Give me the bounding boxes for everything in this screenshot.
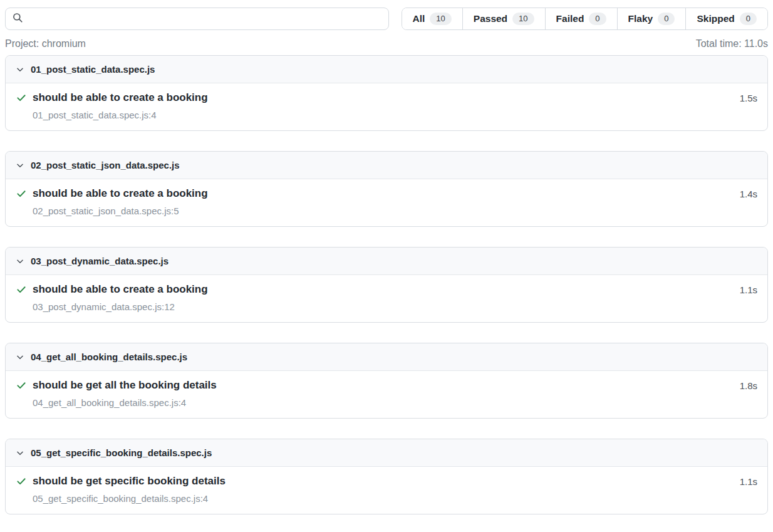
top-bar: All 10 Passed 10 Failed 0 Flaky 0 Skippe… [5,8,768,30]
file-list: 01_post_static_data.spec.js should be ab… [5,55,768,514]
test-row[interactable]: should be able to create a booking 1.1s … [6,275,767,322]
file-card-header[interactable]: 04_get_all_booking_details.spec.js [6,343,767,371]
test-location: 05_get_specific_booking_details.spec.js:… [33,493,757,504]
check-icon [16,380,27,391]
test-title: should be able to create a booking [33,283,734,296]
search-input[interactable] [28,14,382,24]
file-name: 01_post_static_data.spec.js [31,64,155,75]
file-card: 05_get_specific_booking_details.spec.js … [5,439,768,514]
filter-tab-count-badge: 10 [430,13,451,25]
filter-tab-passed[interactable]: Passed 10 [462,8,545,29]
file-card-header[interactable]: 03_post_dynamic_data.spec.js [6,248,767,275]
test-row[interactable]: should be get specific booking details 1… [6,467,767,514]
file-name: 02_post_static_json_data.spec.js [31,160,180,170]
test-title: should be get all the booking details [33,379,734,392]
chevron-down-icon[interactable] [16,257,24,266]
test-duration: 1.4s [740,189,757,199]
filter-tab-label: All [413,13,425,24]
search-box[interactable] [5,8,389,30]
test-location: 03_post_dynamic_data.spec.js:12 [33,301,757,312]
test-row[interactable]: should be get all the booking details 1.… [6,371,767,418]
filter-tab-count-badge: 0 [658,13,675,25]
test-location: 02_post_static_json_data.spec.js:5 [33,206,757,216]
chevron-down-icon[interactable] [16,161,24,170]
filter-tabs: All 10 Passed 10 Failed 0 Flaky 0 Skippe… [402,8,768,30]
check-icon [16,284,27,295]
test-duration: 1.1s [740,476,757,487]
filter-tab-count-badge: 10 [512,13,534,25]
file-name: 04_get_all_booking_details.spec.js [31,352,187,362]
file-name: 03_post_dynamic_data.spec.js [31,256,169,266]
file-card: 03_post_dynamic_data.spec.js should be a… [5,247,768,323]
file-card: 01_post_static_data.spec.js should be ab… [5,55,768,131]
file-card: 02_post_static_json_data.spec.js should … [5,151,768,227]
filter-tab-failed[interactable]: Failed 0 [545,8,617,29]
filter-tab-all[interactable]: All 10 [402,8,462,29]
filter-tab-label: Failed [556,13,584,24]
test-duration: 1.8s [740,380,757,391]
test-title: should be able to create a booking [33,91,734,104]
file-card-header[interactable]: 02_post_static_json_data.spec.js [6,152,767,179]
filter-tab-count-badge: 0 [740,13,757,25]
total-time-label: Total time: 11.0s [696,38,768,50]
file-name: 05_get_specific_booking_details.spec.js [31,447,212,458]
test-location: 04_get_all_booking_details.spec.js:4 [33,397,757,408]
filter-tab-label: Flaky [628,13,653,24]
test-duration: 1.5s [740,93,757,103]
test-row[interactable]: should be able to create a booking 1.4s … [6,179,767,226]
check-icon [16,92,27,103]
check-icon [16,188,27,199]
chevron-down-icon[interactable] [16,449,24,457]
test-row[interactable]: should be able to create a booking 1.5s … [6,83,767,130]
test-location: 01_post_static_data.spec.js:4 [33,110,757,120]
filter-tab-flaky[interactable]: Flaky 0 [617,8,686,29]
test-title: should be get specific booking details [33,475,734,488]
chevron-down-icon[interactable] [16,65,24,74]
file-card: 04_get_all_booking_details.spec.js shoul… [5,343,768,419]
filter-tab-count-badge: 0 [589,13,606,25]
file-card-header[interactable]: 01_post_static_data.spec.js [6,56,767,83]
check-icon [16,476,27,487]
test-title: should be able to create a booking [33,187,734,200]
file-card-header[interactable]: 05_get_specific_booking_details.spec.js [6,439,767,467]
test-duration: 1.1s [740,284,757,295]
filter-tab-label: Skipped [697,13,734,24]
search-icon [12,12,23,26]
chevron-down-icon[interactable] [16,353,24,362]
filter-tab-skipped[interactable]: Skipped 0 [685,8,767,29]
project-label: Project: chromium [5,38,86,50]
meta-row: Project: chromium Total time: 11.0s [5,38,768,50]
filter-tab-label: Passed [474,13,507,24]
